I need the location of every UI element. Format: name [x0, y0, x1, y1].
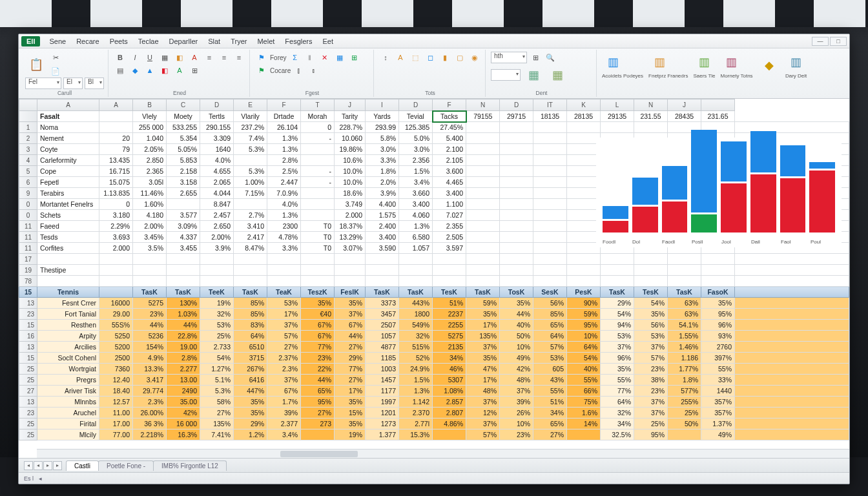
group-label: Dent	[491, 90, 592, 97]
size2-select[interactable]: Bl	[85, 78, 104, 89]
nav-last[interactable]: ▸	[53, 461, 62, 470]
group-label: Carull	[25, 90, 104, 97]
menu-item[interactable]: Recare	[71, 36, 104, 46]
font-color-button[interactable]: A	[188, 51, 201, 64]
box-icon[interactable]: ⬚	[409, 51, 422, 64]
copy-button[interactable]: 📄	[49, 65, 62, 78]
insert-button[interactable]: ⊞	[348, 51, 361, 64]
desoll-button[interactable]: ▦	[522, 64, 544, 86]
nav-prev[interactable]: ◂	[34, 461, 43, 470]
misc-button[interactable]: ◧	[158, 64, 171, 77]
file-tab[interactable]: Ell	[21, 36, 40, 46]
big-btn[interactable]: ▥	[602, 51, 624, 73]
search-icon[interactable]: 🔍	[544, 51, 557, 64]
flag-icon[interactable]: ⚑	[255, 51, 268, 64]
check-icon[interactable]: ⚑	[255, 64, 268, 77]
font-select[interactable]: Fel	[25, 78, 61, 89]
size-select[interactable]: El	[63, 78, 83, 89]
dot-icon[interactable]: ◉	[468, 51, 481, 64]
big-btn[interactable]: ◆	[758, 54, 780, 76]
grid-button[interactable]: ▤	[114, 64, 127, 77]
sum-button[interactable]: Σ	[289, 51, 302, 64]
menubar: Ell Sene Recare Peets Teclae Deparller S…	[19, 34, 849, 48]
menu-item[interactable]: Tryer	[225, 36, 252, 46]
status-text: Es l	[24, 475, 34, 482]
x-button[interactable]: ✕	[318, 51, 331, 64]
table-button[interactable]: ▦	[333, 51, 346, 64]
shape-button[interactable]: ◆	[129, 64, 141, 77]
ribbon: 📋 ✂ 📄 Fel El Bl Carull B I U ▦ ◧ A ≡	[19, 48, 849, 99]
menu-item[interactable]: Deparller	[164, 36, 203, 46]
btn-label: Saers Tle	[693, 73, 715, 79]
italic-button[interactable]: I	[129, 51, 141, 64]
misc-button[interactable]: ⊞	[188, 64, 201, 77]
big-btn[interactable]: ▥	[648, 51, 670, 73]
spreadsheet-grid[interactable]: AABCDEFTJIDFNDITKLNJFasaltVlelyMoetyTert…	[19, 99, 849, 458]
fill-button[interactable]: ◧	[173, 51, 186, 64]
horizontal-scrollbar[interactable]	[37, 449, 849, 458]
sheet-tab[interactable]: Castli	[66, 460, 99, 471]
btn-label: Dary Delt	[785, 73, 807, 79]
menu-item[interactable]: Teclae	[133, 36, 164, 46]
col-button[interactable]: ⫴	[304, 51, 316, 64]
btn-label: Acoidets Podeyes	[602, 73, 643, 79]
bars-button[interactable]: ⫿	[293, 64, 305, 77]
align-center-button[interactable]: ≡	[218, 51, 231, 64]
sort-icon[interactable]: ↕	[379, 51, 392, 64]
bars2-button[interactable]: ⫾	[307, 64, 320, 77]
nav-first[interactable]: ◂	[24, 461, 33, 470]
status-nav[interactable]: ◂	[39, 475, 42, 482]
sq-icon[interactable]: ◻	[424, 51, 437, 64]
menu-item[interactable]: Slat	[203, 36, 225, 46]
num-select[interactable]: hth	[491, 52, 527, 63]
bar-icon[interactable]: ▮	[439, 51, 451, 64]
sel2[interactable]	[491, 69, 521, 81]
align-right-button[interactable]: ≡	[232, 51, 245, 64]
minimize-button[interactable]: —	[812, 37, 829, 46]
menu-item[interactable]: Fesglers	[280, 36, 317, 46]
cut-button[interactable]: ✂	[49, 51, 62, 64]
sort-button[interactable]: ▲	[143, 64, 156, 77]
border-button[interactable]: ▦	[158, 51, 171, 64]
group-label: Ened	[114, 90, 245, 97]
align-left-button[interactable]: ≡	[203, 51, 216, 64]
ribbon-label: Forey	[270, 54, 287, 61]
maximize-button[interactable]: □	[830, 37, 847, 46]
nav-next[interactable]: ▸	[43, 461, 52, 470]
ribbon-label: Cocare	[270, 67, 291, 74]
bold-button[interactable]: B	[114, 51, 127, 64]
sheet-tab[interactable]: Poetle Fone -	[98, 460, 154, 471]
btn-label: Fnetprz Franedrs	[648, 73, 688, 79]
big-btn[interactable]: ▥	[693, 51, 715, 73]
menu-item[interactable]: Peets	[105, 36, 133, 46]
underline-button[interactable]: U	[143, 51, 156, 64]
grid-icon[interactable]: ⊞	[529, 51, 542, 64]
group-label: Fgest	[255, 90, 369, 97]
sheet-tab[interactable]: IMB% Firgontle L12	[153, 460, 227, 471]
menu-item[interactable]: Melet	[252, 36, 280, 46]
a-icon[interactable]: A	[394, 51, 407, 64]
sheet-tabs: ◂ ◂ ▸ ▸ Castli Poetle Fone - IMB% Firgon…	[19, 458, 849, 472]
paste-button[interactable]: 📋	[25, 54, 47, 76]
excel-window: Ell Sene Recare Peets Teclae Deparller S…	[18, 34, 850, 484]
menu-item[interactable]: Sene	[44, 36, 71, 46]
menu-item[interactable]: Eet	[318, 36, 339, 46]
big-btn[interactable]: ▥	[721, 51, 743, 73]
sq2-icon[interactable]: ▢	[453, 51, 466, 64]
btn-label: Mornety Totns	[721, 73, 753, 79]
suitet-button[interactable]: ▦	[546, 64, 568, 86]
big-btn[interactable]: ▥	[785, 51, 807, 73]
status-bar: Es l ◂	[19, 472, 849, 484]
group-label: Tots	[379, 90, 481, 97]
misc-button[interactable]: A	[173, 64, 186, 77]
